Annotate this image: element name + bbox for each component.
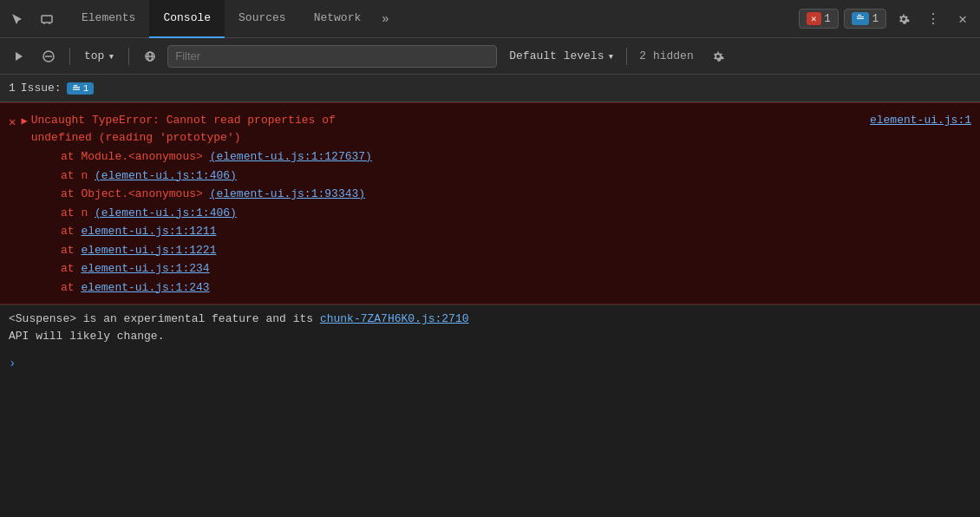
issues-bar: 1 Issue: 1 bbox=[0, 75, 980, 102]
svg-rect-13 bbox=[73, 88, 80, 89]
issues-badge[interactable]: 1 bbox=[67, 82, 95, 95]
issues-label: Issue: bbox=[21, 82, 62, 95]
error-block: ✕ ▶ Uncaught TypeError: Cannot read prop… bbox=[0, 102, 980, 304]
toolbar-separator-1 bbox=[69, 48, 70, 65]
prompt-line[interactable]: › bbox=[0, 350, 980, 377]
tab-bar-right: ✕ 1 1 ⋮ ✕ bbox=[799, 7, 975, 31]
error-main-line: ✕ ▶ Uncaught TypeError: Cannot read prop… bbox=[0, 110, 980, 147]
devtools-icons bbox=[5, 7, 59, 31]
svg-rect-3 bbox=[857, 16, 864, 17]
stack-line-6: at element-ui.js:1:1221 bbox=[0, 241, 980, 260]
live-expression-icon[interactable] bbox=[138, 44, 162, 69]
stack-link-4[interactable]: (element-ui.js:1:406) bbox=[95, 206, 237, 219]
warning-text: <Suspense> is an experimental feature an… bbox=[9, 311, 469, 344]
device-toggle-icon[interactable] bbox=[35, 7, 59, 31]
info-badge-icon bbox=[852, 12, 869, 25]
stack-line-4: at n (element-ui.js:1:406) bbox=[0, 204, 980, 223]
context-label: top bbox=[84, 49, 104, 62]
stack-link-6[interactable]: element-ui.js:1:1221 bbox=[81, 244, 216, 257]
context-arrow: ▾ bbox=[108, 49, 114, 63]
stack-link-1[interactable]: (element-ui.js:1:127637) bbox=[210, 150, 372, 163]
stack-line-5: at element-ui.js:1:1211 bbox=[0, 222, 980, 241]
error-close-icon: ✕ bbox=[9, 114, 16, 132]
tab-console[interactable]: Console bbox=[149, 0, 225, 38]
clear-console-icon[interactable] bbox=[36, 44, 61, 69]
issues-count: 1 bbox=[9, 82, 16, 95]
console-content: ✕ ▶ Uncaught TypeError: Cannot read prop… bbox=[0, 102, 980, 517]
hidden-settings-icon[interactable] bbox=[706, 44, 730, 69]
tab-elements[interactable]: Elements bbox=[68, 0, 149, 38]
console-toolbar: top ▾ Default levels ▾ 2 hidden bbox=[0, 38, 980, 75]
more-options-icon[interactable]: ⋮ bbox=[921, 7, 945, 31]
stack-line-1: at Module.<anonymous> (element-ui.js:1:1… bbox=[0, 147, 980, 167]
error-main-left: ✕ ▶ Uncaught TypeError: Cannot read prop… bbox=[9, 112, 336, 146]
stack-link-5[interactable]: element-ui.js:1:1211 bbox=[81, 225, 216, 238]
filter-input[interactable] bbox=[167, 45, 497, 68]
error-badge-count: 1 bbox=[825, 13, 831, 25]
info-badge-count: 1 bbox=[872, 13, 879, 25]
hidden-count: 2 hidden bbox=[632, 49, 700, 62]
default-levels-button[interactable]: Default levels ▾ bbox=[502, 47, 621, 66]
context-selector[interactable]: top ▾ bbox=[79, 47, 120, 66]
cursor-icon[interactable] bbox=[5, 7, 29, 31]
warning-link[interactable]: chunk-7ZA7H6K0.js:2710 bbox=[320, 312, 469, 325]
stack-link-3[interactable]: (element-ui.js:1:93343) bbox=[210, 187, 365, 200]
error-expand-icon[interactable]: ▶ bbox=[21, 114, 27, 129]
stack-line-2: at n (element-ui.js:1:406) bbox=[0, 167, 980, 186]
tab-sources[interactable]: Sources bbox=[225, 0, 300, 38]
run-script-icon[interactable] bbox=[7, 44, 31, 69]
error-main-text: Uncaught TypeError: Cannot read properti… bbox=[31, 112, 336, 146]
stack-line-3: at Object.<anonymous> (element-ui.js:1:9… bbox=[0, 185, 980, 204]
svg-rect-4 bbox=[857, 18, 864, 19]
tab-bar: Elements Console Sources Network » ✕ 1 1… bbox=[0, 0, 980, 38]
tab-network[interactable]: Network bbox=[300, 0, 376, 38]
error-main-location[interactable]: element-ui.js:1 bbox=[870, 112, 971, 129]
prompt-arrow: › bbox=[9, 357, 16, 370]
warning-block: <Suspense> is an experimental feature an… bbox=[0, 304, 980, 350]
stack-link-2[interactable]: (element-ui.js:1:406) bbox=[95, 169, 237, 182]
more-tabs-button[interactable]: » bbox=[375, 0, 395, 38]
error-badge-button[interactable]: ✕ 1 bbox=[799, 9, 839, 29]
toolbar-separator-2 bbox=[128, 48, 129, 65]
error-badge-icon: ✕ bbox=[807, 12, 821, 25]
svg-rect-0 bbox=[42, 16, 52, 23]
toolbar-divider bbox=[626, 48, 627, 65]
stack-line-7: at element-ui.js:1:234 bbox=[0, 259, 980, 278]
settings-icon[interactable] bbox=[892, 7, 916, 31]
warning-content: <Suspense> is an experimental feature an… bbox=[9, 311, 971, 344]
svg-rect-12 bbox=[73, 87, 80, 88]
stack-link-8[interactable]: element-ui.js:1:243 bbox=[81, 281, 209, 294]
stack-line-8: at element-ui.js:1:243 bbox=[0, 278, 980, 298]
svg-rect-14 bbox=[74, 85, 77, 86]
close-icon[interactable]: ✕ bbox=[951, 7, 975, 31]
stack-link-7[interactable]: element-ui.js:1:234 bbox=[81, 262, 209, 275]
svg-rect-5 bbox=[858, 15, 861, 16]
svg-marker-6 bbox=[16, 52, 23, 61]
info-badge-button[interactable]: 1 bbox=[844, 9, 886, 29]
